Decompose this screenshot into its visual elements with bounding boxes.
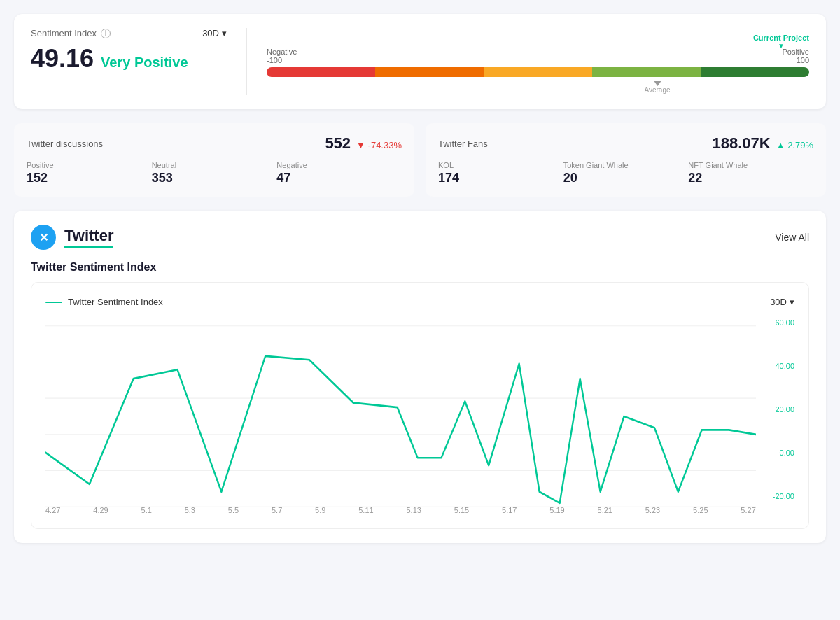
twitter-fans-sub-row: KOL 174 Token Giant Whale 20 NFT Giant W… — [438, 161, 813, 185]
twitter-title: Twitter — [64, 227, 113, 248]
current-project-arrow-icon: ▼ — [778, 42, 785, 50]
discussions-positive: Positive 152 — [27, 161, 152, 185]
twitter-fans-change: ▲ 2.79% — [776, 140, 813, 150]
twitter-discussions-main: 552 ▼ -74.33% — [325, 134, 402, 153]
sentiment-index-left: Sentiment Index i 30D ▾ 49.16 Very Posit… — [31, 28, 227, 95]
gauge-segment-yellow — [484, 67, 592, 77]
x-label-4: 5.5 — [228, 506, 239, 514]
fans-token-giant-whale: Token Giant Whale 20 — [564, 161, 689, 185]
y-label-0: 0.00 — [780, 449, 794, 457]
twitter-fans-title: Twitter Fans — [438, 139, 488, 149]
x-label-9: 5.15 — [454, 506, 469, 514]
x-label-3: 5.3 — [185, 506, 195, 514]
twitter-discussions-sub-row: Positive 152 Neutral 353 Negative 47 — [27, 161, 402, 185]
vertical-divider — [246, 28, 247, 95]
twitter-discussions-change: ▼ -74.33% — [356, 140, 402, 150]
gauge-container: Current Project ▼ Negative -100 Positive… — [267, 34, 809, 95]
chart-body: 4.27 4.29 5.1 5.3 5.5 5.7 5.9 5.11 5.13 … — [46, 318, 794, 514]
gauge-positive-label: Positive 100 — [782, 48, 809, 64]
twitter-section: ✕ Twitter View All Twitter Sentiment Ind… — [14, 211, 826, 543]
gauge-average: Average — [644, 81, 670, 94]
x-label-8: 5.13 — [407, 506, 421, 514]
sentiment-index-title: Sentiment Index — [31, 28, 97, 38]
x-label-6: 5.9 — [315, 506, 326, 514]
x-label-15: 5.27 — [741, 506, 755, 514]
twitter-icon: ✕ — [31, 225, 56, 250]
y-axis-labels: 60.00 40.00 20.00 0.00 -20.00 — [756, 318, 794, 514]
fans-kol: KOL 174 — [438, 161, 564, 185]
average-label: Average — [644, 86, 670, 94]
x-axis-labels: 4.27 4.29 5.1 5.3 5.5 5.7 5.9 5.11 5.13 … — [46, 506, 756, 514]
twitter-header: ✕ Twitter View All — [31, 225, 809, 250]
discussions-neutral: Neutral 353 — [152, 161, 277, 185]
current-project-label: Current Project ▼ — [753, 34, 809, 50]
x-label-7: 5.11 — [358, 506, 373, 514]
x-label-11: 5.19 — [550, 506, 564, 514]
fans-nft-giant-whale: NFT Giant Whale 22 — [688, 161, 813, 185]
twitter-fans-main: 188.07K ▲ 2.79% — [712, 134, 813, 153]
twitter-discussions-value: 552 — [325, 134, 351, 153]
x-label-1: 4.29 — [93, 506, 108, 514]
gauge-bar — [267, 67, 809, 77]
stats-row: Twitter discussions 552 ▼ -74.33% Positi… — [14, 123, 826, 197]
x-label-14: 5.25 — [693, 506, 708, 514]
y-label-60: 60.00 — [775, 318, 794, 327]
period-selector[interactable]: 30D ▾ — [202, 28, 227, 38]
x-label-12: 5.21 — [598, 506, 612, 514]
twitter-discussions-title: Twitter discussions — [27, 139, 103, 149]
y-label-minus20: -20.00 — [773, 492, 794, 500]
chart-plot-area: 4.27 4.29 5.1 5.3 5.5 5.7 5.9 5.11 5.13 … — [46, 318, 756, 514]
chart-legend-item: Twitter Sentiment Index — [46, 297, 163, 307]
chart-period-selector[interactable]: 30D ▾ — [770, 297, 794, 307]
twitter-fans-value: 188.07K — [712, 134, 770, 153]
x-label-10: 5.17 — [502, 506, 517, 514]
x-label-13: 5.23 — [645, 506, 660, 514]
legend-line-icon — [46, 302, 62, 303]
chart-svg — [46, 318, 756, 514]
average-triangle-icon — [654, 81, 661, 86]
gauge-negative-label: Negative -100 — [267, 48, 297, 64]
chart-section-title: Twitter Sentiment Index — [31, 261, 809, 274]
chevron-down-icon: ▾ — [222, 28, 227, 38]
gauge-segment-light-green — [592, 67, 701, 77]
sentiment-number: 49.16 — [31, 44, 94, 73]
gauge-segment-orange — [375, 67, 484, 77]
chevron-down-icon: ▾ — [790, 297, 794, 307]
sentiment-gauge-right: Current Project ▼ Negative -100 Positive… — [267, 28, 809, 95]
twitter-title-group: ✕ Twitter — [31, 225, 113, 250]
view-all-link[interactable]: View All — [775, 232, 809, 243]
twitter-discussions-card: Twitter discussions 552 ▼ -74.33% Positi… — [14, 123, 414, 197]
y-label-40: 40.00 — [775, 362, 794, 370]
sentiment-index-header: Sentiment Index i 30D ▾ — [31, 28, 227, 38]
x-label-5: 5.7 — [272, 506, 282, 514]
top-sentiment-card: Sentiment Index i 30D ▾ 49.16 Very Posit… — [14, 14, 826, 109]
gauge-segment-dark-green — [701, 67, 809, 77]
y-label-20: 20.00 — [775, 405, 794, 414]
twitter-fans-header: Twitter Fans 188.07K ▲ 2.79% — [438, 134, 813, 153]
sentiment-label: Very Positive — [101, 55, 188, 71]
info-icon[interactable]: i — [101, 29, 111, 38]
x-label-2: 5.1 — [141, 506, 152, 514]
chart-card: Twitter Sentiment Index 30D ▾ — [31, 282, 809, 529]
twitter-fans-card: Twitter Fans 188.07K ▲ 2.79% KOL 174 Tok… — [426, 123, 826, 197]
twitter-discussions-header: Twitter discussions 552 ▼ -74.33% — [27, 134, 402, 153]
sentiment-value-row: 49.16 Very Positive — [31, 44, 227, 73]
gauge-segment-red — [267, 67, 375, 77]
chart-legend: Twitter Sentiment Index 30D ▾ — [46, 297, 794, 307]
x-label-0: 4.27 — [46, 506, 60, 514]
discussions-negative: Negative 47 — [276, 161, 402, 185]
gauge-average-row: Average — [267, 81, 809, 95]
